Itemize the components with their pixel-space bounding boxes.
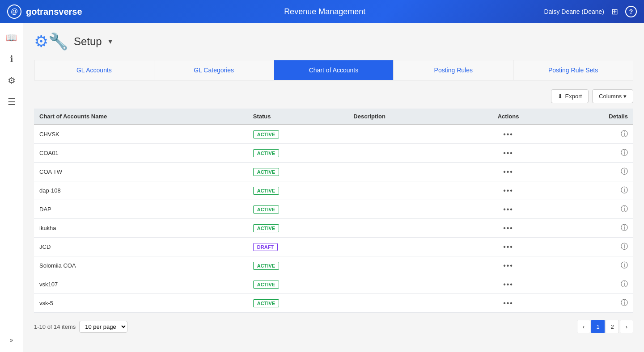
cell-actions: ••• [465,275,552,294]
sidebar-info-icon[interactable]: ℹ [3,50,21,68]
action-menu-button[interactable]: ••• [503,187,513,194]
cell-details: ⓘ [552,219,633,238]
export-button[interactable]: ⬇ Export [551,89,589,103]
tab-chart-of-accounts[interactable]: Chart of Accounts [274,60,394,80]
cell-name: Solomiia COA [34,256,248,275]
cell-status: ACTIVE [248,256,348,275]
pagination-page-1[interactable]: 1 [591,320,605,333]
export-icon: ⬇ [558,93,563,100]
cell-status: ACTIVE [248,219,348,238]
tab-bar: GL Accounts GL Categories Chart of Accou… [34,60,633,80]
cell-description [348,219,464,238]
tab-posting-rule-sets[interactable]: Posting Rule Sets [513,60,633,80]
col-description: Description [348,109,464,125]
table-row: vsk-5 ACTIVE ••• ⓘ [34,294,633,313]
action-menu-button[interactable]: ••• [503,299,513,307]
pagination-page-2[interactable]: 2 [606,320,619,333]
cell-actions: ••• [465,238,552,256]
action-menu-button[interactable]: ••• [503,149,513,157]
pagination-pages: ‹ 1 2 › [577,320,633,333]
cell-description [348,144,464,163]
help-icon[interactable]: ? [625,6,637,17]
status-badge: ACTIVE [253,205,279,214]
detail-info-icon[interactable]: ⓘ [621,280,628,288]
tab-gl-accounts[interactable]: GL Accounts [34,60,154,80]
detail-info-icon[interactable]: ⓘ [621,149,628,156]
action-menu-button[interactable]: ••• [503,168,513,176]
columns-button[interactable]: Columns ▾ [592,89,633,103]
setup-dropdown-arrow[interactable]: ▼ [107,38,114,45]
per-page-select[interactable]: 10 per page 25 per page 50 per page [79,321,127,333]
tab-posting-rules[interactable]: Posting Rules [394,60,513,80]
status-badge: ACTIVE [253,281,279,289]
table-row: DAP ACTIVE ••• ⓘ [34,200,633,219]
cell-status: ACTIVE [248,181,348,200]
cell-actions: ••• [465,144,552,163]
detail-info-icon[interactable]: ⓘ [621,186,628,194]
status-badge: ACTIVE [253,168,279,176]
sidebar-expand-button[interactable]: » [3,333,21,347]
cell-details: ⓘ [552,163,633,181]
action-menu-button[interactable]: ••• [503,281,513,288]
status-badge: ACTIVE [253,224,279,232]
sidebar-book-icon[interactable]: 📖 [3,29,21,46]
col-details: Details [552,109,633,125]
table-row: dap-108 ACTIVE ••• ⓘ [34,181,633,200]
action-menu-button[interactable]: ••• [503,205,513,213]
cell-status: ACTIVE [248,294,348,313]
cell-details: ⓘ [552,238,633,256]
top-nav: @ gotransverse Revenue Management Daisy … [0,0,644,23]
cell-status: ACTIVE [248,144,348,163]
cell-status: DRAFT [248,238,348,256]
pagination-info: 1-10 of 14 items 10 per page 25 per page… [34,321,127,333]
cell-status: ACTIVE [248,200,348,219]
cell-actions: ••• [465,294,552,313]
brand-name: gotransverse [26,7,82,17]
cell-details: ⓘ [552,200,633,219]
action-menu-button[interactable]: ••• [503,262,513,269]
detail-info-icon[interactable]: ⓘ [621,261,628,269]
table-row: Solomiia COA ACTIVE ••• ⓘ [34,256,633,275]
toolbar: ⬇ Export Columns ▾ [34,89,633,103]
status-badge: ACTIVE [253,299,279,307]
cell-description [348,181,464,200]
pagination-summary: 1-10 of 14 items [34,323,76,330]
cell-description [348,256,464,275]
sidebar-list-icon[interactable]: ☰ [3,93,21,111]
brand-logo: @ [7,4,21,19]
chart-of-accounts-table: Chart of Accounts Name Status Descriptio… [34,109,633,313]
tab-gl-categories[interactable]: GL Categories [154,60,274,80]
cell-actions: ••• [465,256,552,275]
detail-info-icon[interactable]: ⓘ [621,205,628,213]
top-nav-right: Daisy Deane (Deane) ⊞ ? [544,6,637,17]
cell-actions: ••• [465,200,552,219]
app-title: Revenue Management [106,7,544,17]
user-menu[interactable]: Daisy Deane (Deane) [544,8,604,15]
cell-name: ikukha [34,219,248,238]
cell-details: ⓘ [552,294,633,313]
apps-icon[interactable]: ⊞ [611,7,618,17]
action-menu-button[interactable]: ••• [503,243,513,251]
columns-label: Columns ▾ [599,93,627,100]
detail-info-icon[interactable]: ⓘ [621,224,628,231]
table-row: JCD DRAFT ••• ⓘ [34,238,633,256]
detail-info-icon[interactable]: ⓘ [621,130,628,138]
detail-info-icon[interactable]: ⓘ [621,168,628,175]
pagination-next[interactable]: › [620,320,633,333]
cell-description [348,125,464,144]
detail-info-icon[interactable]: ⓘ [621,299,628,306]
sidebar-cog-icon[interactable]: ⚙ [3,71,21,89]
cell-name: vsk107 [34,275,248,294]
detail-info-icon[interactable]: ⓘ [621,243,628,250]
col-status: Status [248,109,348,125]
cell-actions: ••• [465,163,552,181]
status-badge: ACTIVE [253,149,279,157]
table-row: vsk107 ACTIVE ••• ⓘ [34,275,633,294]
status-badge: ACTIVE [253,130,279,138]
action-menu-button[interactable]: ••• [503,130,513,138]
page-header: ⚙🔧 Setup ▼ [34,32,633,51]
pagination-prev[interactable]: ‹ [577,320,590,333]
action-menu-button[interactable]: ••• [503,224,513,232]
cell-name: vsk-5 [34,294,248,313]
main-content: ⚙🔧 Setup ▼ GL Accounts GL Categories Cha… [23,23,644,352]
